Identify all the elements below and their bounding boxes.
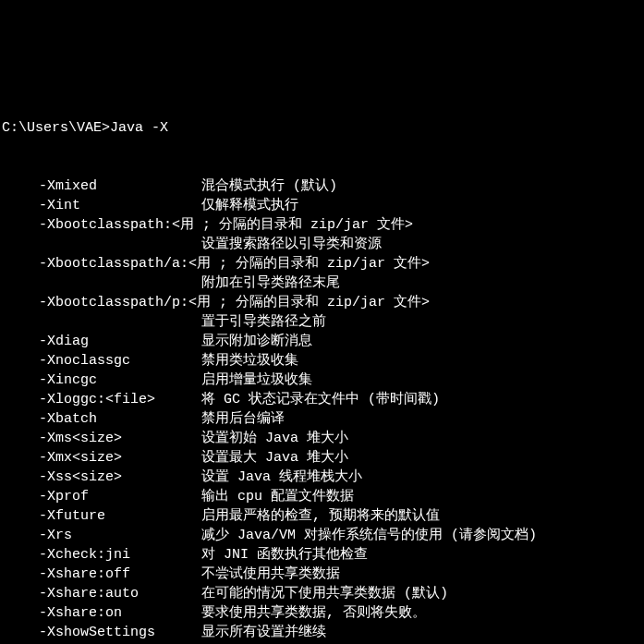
option-name: -Xincgc: [39, 371, 201, 390]
option-name: -Xbootclasspath/p:<用 ; 分隔的目录和 zip/jar 文件…: [39, 293, 430, 312]
option-desc: 混合模式执行 (默认): [201, 176, 337, 196]
option-desc: 显示附加诊断消息: [201, 332, 312, 351]
option-desc: 要求使用共享类数据, 否则将失败。: [201, 603, 426, 623]
option-name: -Xloggc:<file>: [39, 390, 201, 409]
option-row: -Xshare:off不尝试使用共享类数据: [2, 565, 642, 584]
option-row: -Xss<size>设置 Java 线程堆栈大小: [2, 468, 642, 487]
option-row: -XshowSettings显示所有设置并继续: [2, 623, 642, 642]
option-row: -Xms<size>设置初始 Java 堆大小: [2, 429, 642, 448]
option-desc: 设置搜索路径以引导类和资源: [2, 235, 642, 254]
option-desc: 显示所有设置并继续: [201, 623, 326, 642]
option-desc: 仅解释模式执行: [201, 196, 298, 215]
option-desc: 减少 Java/VM 对操作系统信号的使用 (请参阅文档): [201, 526, 537, 545]
option-row: -Xmx<size>设置最大 Java 堆大小: [2, 448, 642, 468]
option-row: -Xnoclassgc禁用类垃圾收集: [2, 351, 642, 371]
option-desc: 启用最严格的检查, 预期将来的默认值: [201, 506, 440, 526]
option-name: -Xrs: [39, 526, 201, 545]
option-row: -Xfuture启用最严格的检查, 预期将来的默认值: [2, 506, 642, 526]
option-desc: 启用增量垃圾收集: [201, 371, 312, 390]
option-name: -Xbatch: [39, 409, 201, 429]
option-row: -Xshare:auto在可能的情况下使用共享类数据 (默认): [2, 584, 642, 603]
prompt-text: C:\Users\VAE>Java -X: [2, 120, 168, 136]
option-desc: 置于引导类路径之前: [2, 312, 642, 332]
option-row: -Xbootclasspath:<用 ; 分隔的目录和 zip/jar 文件>: [2, 215, 642, 235]
option-name: -Xnoclassgc: [39, 351, 201, 371]
option-name: -Xshare:on: [39, 603, 201, 623]
option-name: -Xprof: [39, 487, 201, 506]
option-desc: 禁用后台编译: [201, 409, 285, 429]
option-desc: 设置初始 Java 堆大小: [201, 429, 348, 448]
option-row: -Xloggc:<file>将 GC 状态记录在文件中 (带时间戳): [2, 390, 642, 409]
option-name: -Xms<size>: [39, 429, 201, 448]
option-desc: 不尝试使用共享类数据: [201, 565, 340, 584]
option-name: -Xss<size>: [39, 468, 201, 487]
option-name: -Xbootclasspath/a:<用 ; 分隔的目录和 zip/jar 文件…: [39, 254, 430, 273]
option-row: -Xbatch禁用后台编译: [2, 409, 642, 429]
terminal-output: C:\Users\VAE>Java -X -Xmixed混合模式执行 (默认) …: [2, 79, 642, 644]
option-row: -Xdiag显示附加诊断消息: [2, 332, 642, 351]
option-row: -Xbootclasspath/a:<用 ; 分隔的目录和 zip/jar 文件…: [2, 254, 642, 273]
option-desc: 在可能的情况下使用共享类数据 (默认): [201, 584, 448, 603]
command-prompt: C:\Users\VAE>Java -X: [2, 118, 642, 138]
option-row: -Xbootclasspath/p:<用 ; 分隔的目录和 zip/jar 文件…: [2, 293, 642, 312]
option-row: -Xprof输出 cpu 配置文件数据: [2, 487, 642, 506]
option-name: -Xbootclasspath:<用 ; 分隔的目录和 zip/jar 文件>: [39, 215, 413, 235]
option-name: -Xcheck:jni: [39, 545, 201, 565]
option-desc: 输出 cpu 配置文件数据: [201, 487, 354, 506]
option-name: -Xint: [39, 196, 201, 215]
option-desc: 附加在引导类路径末尾: [2, 273, 642, 293]
option-desc: 对 JNI 函数执行其他检查: [201, 545, 368, 565]
option-desc: 禁用类垃圾收集: [201, 351, 298, 371]
option-desc: 设置 Java 线程堆栈大小: [201, 468, 362, 487]
option-name: -Xshare:auto: [39, 584, 201, 603]
option-name: -Xdiag: [39, 332, 201, 351]
options-list: -Xmixed混合模式执行 (默认) -Xint仅解释模式执行 -Xbootcl…: [2, 176, 642, 644]
option-desc: 将 GC 状态记录在文件中 (带时间戳): [201, 390, 440, 409]
option-row: -Xincgc启用增量垃圾收集: [2, 371, 642, 390]
option-name: -Xshare:off: [39, 565, 201, 584]
option-desc: 设置最大 Java 堆大小: [201, 448, 348, 468]
option-row: -Xshare:on要求使用共享类数据, 否则将失败。: [2, 603, 642, 623]
option-row: -Xmixed混合模式执行 (默认): [2, 176, 642, 196]
option-name: -Xmixed: [39, 176, 201, 196]
option-row: -Xint仅解释模式执行: [2, 196, 642, 215]
option-name: -Xfuture: [39, 506, 201, 526]
option-row: -Xcheck:jni对 JNI 函数执行其他检查: [2, 545, 642, 565]
option-name: -Xmx<size>: [39, 448, 201, 468]
option-row: -Xrs减少 Java/VM 对操作系统信号的使用 (请参阅文档): [2, 526, 642, 545]
option-name: -XshowSettings: [39, 623, 201, 642]
